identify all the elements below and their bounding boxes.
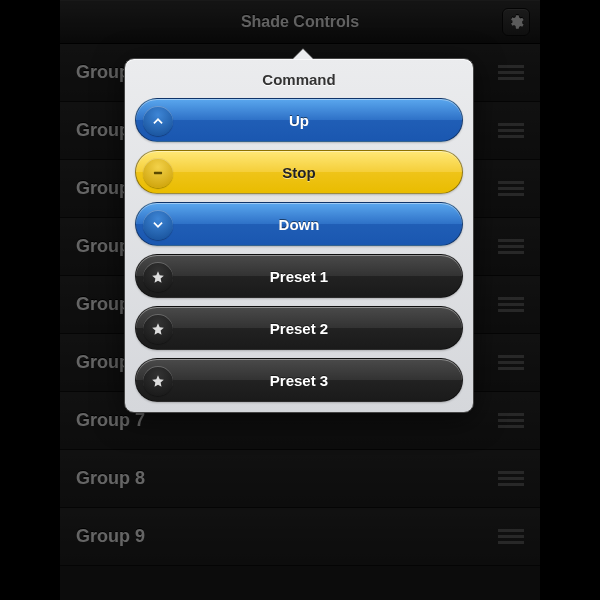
app-frame: Shade Controls Group 1 Group 2 Group 3 G…	[60, 0, 540, 600]
chevron-down-icon	[143, 210, 173, 240]
command-label: Preset 1	[270, 268, 328, 285]
minus-icon	[143, 158, 173, 188]
star-icon	[143, 314, 173, 344]
svg-rect-27	[154, 172, 162, 174]
command-down-button[interactable]: Down	[135, 202, 463, 246]
popover-title: Command	[135, 71, 463, 88]
command-label: Stop	[282, 164, 315, 181]
chevron-up-icon	[143, 106, 173, 136]
star-icon	[143, 262, 173, 292]
command-label: Preset 3	[270, 372, 328, 389]
command-label: Preset 2	[270, 320, 328, 337]
command-stop-button[interactable]: Stop	[135, 150, 463, 194]
command-label: Down	[279, 216, 320, 233]
command-up-button[interactable]: Up	[135, 98, 463, 142]
command-popover: Command Up Stop Down	[124, 58, 474, 413]
command-preset-2-button[interactable]: Preset 2	[135, 306, 463, 350]
modal-overlay[interactable]: Command Up Stop Down	[60, 0, 540, 600]
command-preset-1-button[interactable]: Preset 1	[135, 254, 463, 298]
command-preset-3-button[interactable]: Preset 3	[135, 358, 463, 402]
command-label: Up	[289, 112, 309, 129]
star-icon	[143, 366, 173, 396]
